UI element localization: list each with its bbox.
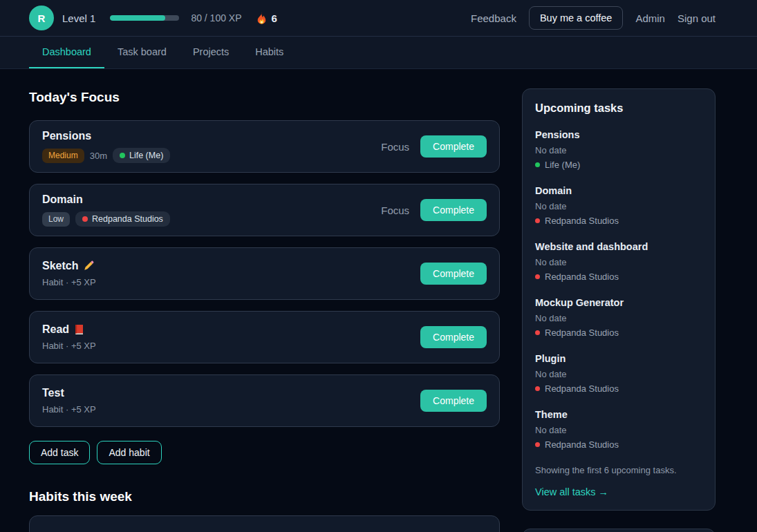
habits-week-card	[29, 515, 500, 532]
topbar-actions: Feedback Buy me a coffee Admin Sign out	[471, 6, 716, 30]
avatar-initial: R	[38, 12, 46, 24]
project-name: Redpanda Studios	[545, 216, 619, 226]
task-meta: Medium 30m Life (Me)	[42, 148, 170, 163]
task-card-pensions: Pensions Medium 30m Life (Me) Focus Comp…	[29, 120, 500, 173]
habit-actions: Complete	[420, 326, 487, 348]
tab-habits[interactable]: Habits	[242, 37, 297, 68]
task-info: Pensions Medium 30m Life (Me)	[42, 130, 170, 163]
upcoming-item-project: Life (Me)	[535, 160, 702, 170]
project-pill: Redpanda Studios	[75, 211, 170, 227]
red-book-icon	[74, 324, 84, 335]
upcoming-item-title: Website and dashboard	[535, 241, 702, 253]
habit-actions: Complete	[420, 263, 487, 285]
project-name: Redpanda Studios	[545, 439, 619, 450]
project-dot	[535, 386, 540, 391]
upcoming-item-title: Domain	[535, 185, 702, 197]
habit-title: Read	[42, 323, 69, 336]
complete-button[interactable]: Complete	[420, 199, 487, 221]
upcoming-tasks-list: Pensions No date Life (Me) Domain No dat…	[535, 129, 702, 450]
content: Today's Focus Pensions Medium 30m Life (…	[0, 69, 757, 532]
upcoming-item-title: Theme	[535, 409, 702, 421]
add-task-button[interactable]: Add task	[29, 441, 90, 464]
todays-focus-title: Today's Focus	[29, 90, 500, 105]
tips-card: Tips	[522, 529, 716, 532]
habit-info: Test Habit · +5 XP	[42, 387, 96, 415]
tab-projects[interactable]: Projects	[180, 37, 242, 68]
project-name: Redpanda Studios	[92, 213, 163, 225]
task-card-domain: Domain Low Redpanda Studios Focus Comple…	[29, 184, 500, 236]
complete-button[interactable]: Complete	[420, 390, 487, 412]
project-pill: Life (Me)	[113, 148, 170, 163]
project-dot	[535, 330, 540, 335]
upcoming-tasks-title: Upcoming tasks	[535, 102, 702, 115]
buy-coffee-button[interactable]: Buy me a coffee	[529, 6, 624, 30]
upcoming-item-date: No date	[535, 145, 702, 155]
habit-info: Read Habit · +5 XP	[42, 323, 96, 351]
project-dot	[535, 218, 540, 223]
project-name: Redpanda Studios	[545, 383, 619, 394]
project-dot	[82, 216, 88, 222]
signout-link[interactable]: Sign out	[677, 12, 716, 24]
habits-week-title: Habits this week	[29, 489, 500, 504]
main-column: Today's Focus Pensions Medium 30m Life (…	[29, 88, 500, 532]
flame-icon	[256, 12, 268, 24]
upcoming-tasks-card: Upcoming tasks Pensions No date Life (Me…	[522, 88, 716, 511]
habit-subtitle: Habit · +5 XP	[42, 341, 96, 351]
habit-card-test: Test Habit · +5 XP Complete	[29, 374, 500, 427]
habit-subtitle: Habit · +5 XP	[42, 277, 96, 287]
tab-task-board[interactable]: Task board	[104, 37, 180, 68]
habit-title: Test	[42, 387, 64, 399]
upcoming-footer-note: Showing the first 6 upcoming tasks.	[535, 465, 702, 475]
admin-link[interactable]: Admin	[635, 12, 665, 24]
task-actions: Focus Complete	[381, 199, 487, 221]
project-dot	[535, 162, 540, 167]
upcoming-item-project: Redpanda Studios	[535, 383, 702, 394]
upcoming-item: Theme No date Redpanda Studios	[535, 409, 702, 450]
view-all-tasks-link[interactable]: View all tasks →	[535, 486, 702, 497]
task-info: Domain Low Redpanda Studios	[42, 193, 170, 227]
project-dot	[535, 274, 540, 279]
project-name: Life (Me)	[545, 160, 580, 170]
tab-dashboard[interactable]: Dashboard	[29, 37, 104, 68]
streak-count: 6	[272, 12, 277, 24]
project-dot	[535, 442, 540, 447]
complete-button[interactable]: Complete	[420, 135, 487, 158]
pencil-icon	[83, 260, 94, 272]
upcoming-item-title: Mockup Generator	[535, 297, 702, 309]
habit-info: Sketch Habit · +5 XP	[42, 260, 96, 287]
upcoming-item-date: No date	[535, 313, 702, 323]
duration-label: 30m	[90, 151, 107, 161]
upcoming-item-date: No date	[535, 369, 702, 379]
upcoming-item-project: Redpanda Studios	[535, 216, 702, 226]
upcoming-item-project: Redpanda Studios	[535, 327, 702, 338]
add-habit-button[interactable]: Add habit	[97, 441, 161, 464]
avatar[interactable]: R	[29, 6, 54, 30]
upcoming-item-project: Redpanda Studios	[535, 439, 702, 450]
upcoming-item: Plugin No date Redpanda Studios	[535, 353, 702, 394]
upcoming-item: Website and dashboard No date Redpanda S…	[535, 241, 702, 282]
priority-badge: Medium	[42, 149, 84, 163]
focus-link[interactable]: Focus	[381, 205, 409, 216]
complete-button[interactable]: Complete	[420, 263, 487, 285]
upcoming-item-date: No date	[535, 201, 702, 211]
habit-actions: Complete	[420, 390, 487, 412]
complete-button[interactable]: Complete	[420, 326, 487, 348]
task-title: Domain	[42, 193, 170, 206]
streak: 6	[256, 12, 277, 24]
xp-progress-bar	[110, 15, 179, 21]
habit-card-sketch: Sketch Habit · +5 XP Complete	[29, 247, 500, 300]
feedback-link[interactable]: Feedback	[471, 12, 516, 24]
project-name: Redpanda Studios	[545, 327, 619, 338]
xp-progress-fill	[110, 15, 165, 21]
xp-label: 80 / 100 XP	[191, 12, 241, 23]
topbar: R Level 1 80 / 100 XP 6 Feedback Buy me …	[0, 0, 757, 37]
main-nav: Dashboard Task board Projects Habits	[0, 37, 757, 69]
sidebar: Upcoming tasks Pensions No date Life (Me…	[522, 88, 716, 532]
habit-title: Sketch	[42, 260, 78, 272]
upcoming-item-title: Plugin	[535, 353, 702, 365]
upcoming-item: Mockup Generator No date Redpanda Studio…	[535, 297, 702, 338]
focus-link[interactable]: Focus	[381, 141, 409, 153]
add-buttons-row: Add task Add habit	[29, 441, 500, 464]
level-label: Level 1	[62, 12, 95, 24]
project-dot	[120, 153, 125, 158]
